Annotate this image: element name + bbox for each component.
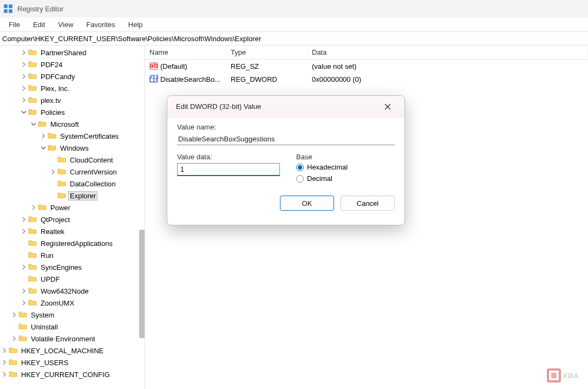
folder-icon xyxy=(38,203,49,212)
radio-hexadecimal[interactable]: Hexadecimal xyxy=(296,163,395,171)
edit-dword-dialog: Edit DWORD (32-bit) Value Value name: Di… xyxy=(167,95,405,225)
tree-item-label: Realtek xyxy=(39,227,66,236)
value-data-label: Value data: xyxy=(177,153,280,161)
tree-item-label: HKEY_CURRENT_CONFIG xyxy=(19,370,112,379)
tree-item-pdf24[interactable]: PDF24 xyxy=(0,59,145,70)
tree-item-label: Volatile Environment xyxy=(29,334,97,343)
tree-item-realtek[interactable]: Realtek xyxy=(0,225,145,237)
folder-icon xyxy=(57,155,68,165)
folder-icon xyxy=(28,48,39,57)
chevron-right-icon[interactable] xyxy=(19,287,28,295)
tree-item-pdfcandy[interactable]: PDFCandy xyxy=(0,70,145,82)
menu-file[interactable]: File xyxy=(3,20,25,30)
chevron-right-icon[interactable] xyxy=(19,96,28,105)
menu-help[interactable]: Help xyxy=(123,20,148,30)
dialog-title-text: Edit DWORD (32-bit) Value xyxy=(176,102,261,111)
address-bar[interactable]: Computer\HKEY_CURRENT_USER\Software\Poli… xyxy=(0,32,588,45)
cell-data: 0x00000000 (0) xyxy=(308,75,588,83)
tree-item-label: DataCollection xyxy=(68,179,117,189)
watermark: XDA xyxy=(547,368,579,382)
tree-item-hkey-users[interactable]: HKEY_USERS xyxy=(0,356,145,368)
tree-item-cloudcontent[interactable]: CloudContent xyxy=(0,154,145,166)
tree-item-policies[interactable]: Policies xyxy=(0,106,145,118)
tree-item-syncengines[interactable]: SyncEngines xyxy=(0,261,145,273)
col-header-data[interactable]: Data xyxy=(308,48,588,56)
tree-item-label: Wow6432Node xyxy=(39,287,90,296)
ok-button[interactable]: OK xyxy=(280,196,334,211)
folder-icon xyxy=(28,96,39,105)
value-name-field[interactable]: DisableSearchBoxSuggestions xyxy=(177,133,395,145)
list-row[interactable]: ab(Default)REG_SZ(value not set) xyxy=(145,60,588,73)
chevron-right-icon[interactable] xyxy=(29,203,38,212)
tree-pane[interactable]: PartnerSharedPDF24PDFCandyPlex, Inc.plex… xyxy=(0,46,145,388)
tree-item-power[interactable]: Power xyxy=(0,202,145,213)
folder-icon xyxy=(28,84,39,93)
scrollbar[interactable] xyxy=(139,230,145,338)
chevron-right-icon[interactable] xyxy=(39,132,48,140)
value-data-input[interactable] xyxy=(177,163,280,176)
folder-icon xyxy=(28,239,39,248)
chevron-right-icon[interactable] xyxy=(19,263,28,271)
chevron-right-icon[interactable] xyxy=(19,72,28,81)
radio-decimal[interactable]: Decimal xyxy=(296,174,395,183)
chevron-right-icon[interactable] xyxy=(0,346,9,355)
base-label: Base xyxy=(296,153,395,161)
radio-hex-label: Hexadecimal xyxy=(307,163,348,171)
tree-item-systemcertificates[interactable]: SystemCertificates xyxy=(0,130,145,142)
chevron-right-icon[interactable] xyxy=(19,299,28,307)
tree-item-explorer[interactable]: Explorer xyxy=(0,190,145,202)
tree-item-qtproject[interactable]: QtProject xyxy=(0,213,145,225)
tree-item-plex-inc-[interactable]: Plex, Inc. xyxy=(0,82,145,94)
address-text: Computer\HKEY_CURRENT_USER\Software\Poli… xyxy=(2,35,261,43)
svg-rect-1 xyxy=(9,4,12,8)
tree-item-zoomumx[interactable]: ZoomUMX xyxy=(0,297,145,309)
chevron-right-icon[interactable] xyxy=(49,167,57,176)
tree-item-system[interactable]: System xyxy=(0,309,145,321)
chevron-right-icon[interactable] xyxy=(10,334,18,343)
tree-item-registeredapplications[interactable]: RegisteredApplications xyxy=(0,237,145,249)
chevron-right-icon[interactable] xyxy=(10,310,18,319)
chevron-right-icon[interactable] xyxy=(19,215,28,224)
chevron-down-icon[interactable] xyxy=(19,108,28,116)
tree-item-hkey-current-config[interactable]: HKEY_CURRENT_CONFIG xyxy=(0,368,145,380)
tree-item-partnershared[interactable]: PartnerShared xyxy=(0,47,145,59)
chevron-down-icon[interactable] xyxy=(29,120,38,128)
list-row[interactable]: 011110DisableSearchBo...REG_DWORD0x00000… xyxy=(145,73,588,86)
tree-item-label: PartnerShared xyxy=(39,48,88,57)
chevron-right-icon[interactable] xyxy=(19,48,28,57)
tree-item-volatile-environment[interactable]: Volatile Environment xyxy=(0,333,145,345)
chevron-right-icon[interactable] xyxy=(0,370,9,379)
folder-icon xyxy=(28,299,39,308)
folder-icon xyxy=(28,287,39,296)
tree-item-updf[interactable]: UPDF xyxy=(0,273,145,285)
tree-item-currentversion[interactable]: CurrentVersion xyxy=(0,166,145,178)
tree-item-wow6432node[interactable]: Wow6432Node xyxy=(0,285,145,297)
tree-item-run[interactable]: Run xyxy=(0,249,145,261)
svg-rect-2 xyxy=(4,9,8,13)
menu-favorites[interactable]: Favorites xyxy=(81,20,120,30)
folder-icon xyxy=(48,132,58,141)
menu-edit[interactable]: Edit xyxy=(28,20,50,30)
tree-item-hkey-local-machine[interactable]: HKEY_LOCAL_MACHINE xyxy=(0,345,145,356)
tree-item-microsoft[interactable]: Microsoft xyxy=(0,118,145,130)
tree-item-label: Windows xyxy=(58,144,90,153)
tree-item-label: Uninstall xyxy=(29,322,60,332)
chevron-right-icon[interactable] xyxy=(19,60,28,69)
col-header-type[interactable]: Type xyxy=(226,48,308,56)
tree-item-plex-tv[interactable]: plex.tv xyxy=(0,94,145,106)
col-header-name[interactable]: Name xyxy=(145,48,226,56)
folder-icon xyxy=(38,120,49,129)
folder-icon xyxy=(28,275,39,284)
tree-item-datacollection[interactable]: DataCollection xyxy=(0,178,145,190)
tree-item-uninstall[interactable]: Uninstall xyxy=(0,321,145,333)
menu-view[interactable]: View xyxy=(53,20,79,30)
chevron-right-icon[interactable] xyxy=(19,227,28,236)
cell-type: REG_DWORD xyxy=(226,75,308,83)
cancel-button[interactable]: Cancel xyxy=(341,196,395,211)
tree-item-label: Plex, Inc. xyxy=(39,84,71,93)
chevron-down-icon[interactable] xyxy=(39,144,48,152)
chevron-right-icon[interactable] xyxy=(19,84,28,93)
chevron-right-icon[interactable] xyxy=(0,358,9,367)
close-icon[interactable] xyxy=(380,99,396,115)
tree-item-windows[interactable]: Windows xyxy=(0,142,145,154)
